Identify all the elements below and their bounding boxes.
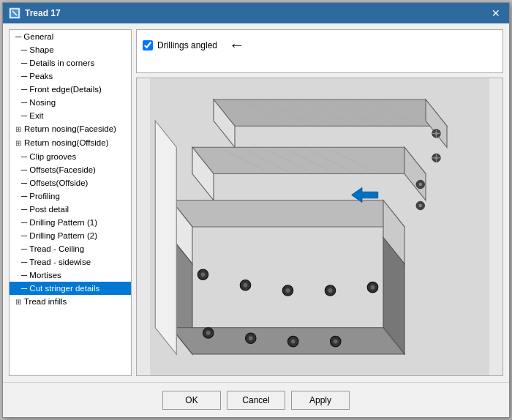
tree-item-mortises[interactable]: ─ Mortises [10, 269, 131, 282]
tree-item-front-edge[interactable]: ─ Front edge(Details) [10, 83, 131, 96]
window-icon [9, 7, 20, 19]
option-arrow: ← [229, 36, 245, 55]
svg-point-42 [201, 272, 206, 277]
tree-item-return-nosing-faceside[interactable]: ⊞Return nosing(Faceside) [10, 122, 131, 136]
expand-icon: ⊞ [15, 296, 24, 308]
tree-item-offsets-offside[interactable]: ─ Offsets(Offside) [10, 176, 131, 190]
right-panel: Drillings angled ← [136, 29, 503, 376]
svg-point-44 [244, 283, 248, 288]
title-bar: Tread 17 ✕ [3, 3, 509, 23]
expand-icon: ⊞ [15, 124, 24, 135]
tree-item-shape[interactable]: ─ Shape [10, 43, 131, 56]
tree-item-return-nosing-offside[interactable]: ⊞Return nosing(Offside) [10, 136, 131, 150]
tree-item-nosing[interactable]: ─ Nosing [10, 96, 131, 109]
title-bar-left: Tread 17 [9, 7, 61, 19]
svg-point-54 [249, 336, 253, 340]
tree-item-tread-sidewise[interactable]: ─ Tread - sidewise [10, 255, 131, 269]
tree-item-cut-stringer-details[interactable]: ─ Cut stringer details [10, 282, 131, 295]
content-area: ─ General─ Shape─ Details in corners─ Pe… [3, 23, 509, 382]
svg-line-1 [12, 11, 17, 15]
main-window: Tread 17 ✕ ─ General─ Shape─ Details in … [2, 2, 510, 418]
tree-item-tread-ceiling[interactable]: ─ Tread - Ceiling [10, 242, 131, 255]
svg-point-58 [334, 340, 338, 344]
tree-item-post-detail[interactable]: ─ Post detail [10, 203, 131, 216]
svg-point-38 [419, 183, 422, 186]
tree-item-drilling-pattern-1[interactable]: ─ Drilling Pattern (1) [10, 216, 131, 229]
tree-item-drilling-pattern-2[interactable]: ─ Drilling Pattern (2) [10, 229, 131, 242]
ok-button[interactable]: OK [162, 391, 221, 410]
tree-item-tread-infills[interactable]: ⊞Tread infills [10, 295, 131, 309]
svg-point-48 [328, 288, 333, 293]
drillings-angled-label: Drillings angled [157, 40, 217, 50]
svg-point-56 [291, 340, 295, 344]
preview-svg [137, 78, 502, 375]
svg-point-46 [286, 288, 290, 293]
svg-point-50 [371, 285, 375, 290]
tree-item-general[interactable]: ─ General [10, 30, 131, 43]
svg-marker-28 [155, 121, 176, 354]
drillings-angled-row: Drillings angled [143, 40, 217, 50]
tree-item-profiling[interactable]: ─ Profiling [10, 190, 131, 203]
apply-button[interactable]: Apply [291, 391, 350, 410]
close-button[interactable]: ✕ [489, 7, 503, 20]
svg-point-40 [419, 204, 422, 207]
bottom-bar: OK Cancel Apply [3, 382, 509, 417]
tree-item-clip-grooves[interactable]: ─ Clip grooves [10, 150, 131, 163]
drillings-angled-checkbox[interactable] [143, 40, 153, 50]
tree-item-details-corners[interactable]: ─ Details in corners [10, 56, 131, 70]
preview-area [136, 78, 503, 376]
options-area: Drillings angled ← [136, 29, 503, 73]
tree-item-peaks[interactable]: ─ Peaks [10, 70, 131, 83]
tree-item-exit[interactable]: ─ Exit [10, 109, 131, 122]
tree-panel: ─ General─ Shape─ Details in corners─ Pe… [9, 29, 132, 376]
expand-icon: ⊞ [15, 138, 24, 149]
tree-item-offsets-faceside[interactable]: ─ Offsets(Faceside) [10, 163, 131, 176]
cancel-button[interactable]: Cancel [227, 391, 285, 410]
svg-point-52 [206, 331, 211, 335]
svg-marker-22 [171, 200, 404, 227]
window-title: Tread 17 [25, 8, 61, 18]
